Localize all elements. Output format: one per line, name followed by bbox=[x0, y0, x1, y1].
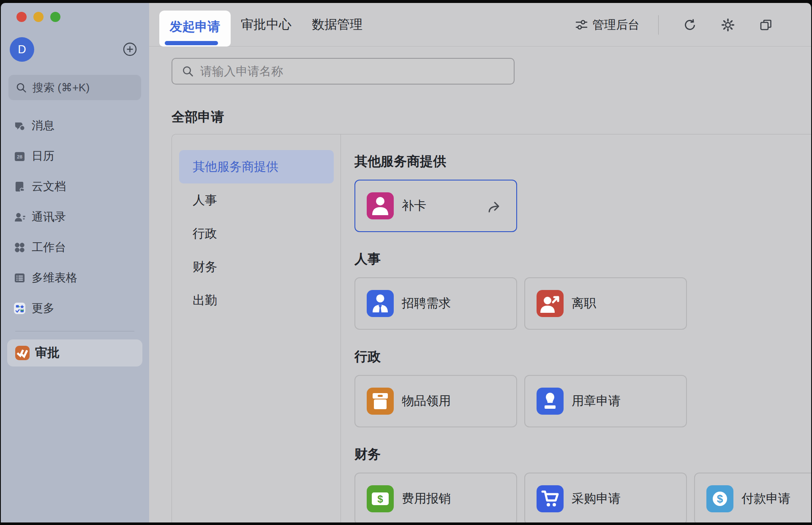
card-label: 补卡 bbox=[402, 197, 426, 214]
add-button[interactable] bbox=[123, 42, 137, 56]
category-财务[interactable]: 财务 bbox=[179, 250, 334, 284]
sidebar-divider bbox=[15, 331, 134, 331]
application-card-物品领用[interactable]: 物品领用 bbox=[354, 375, 517, 427]
sidebar-item-docs[interactable]: 云文档 bbox=[1, 171, 149, 202]
application-card-费用报销[interactable]: $费用报销 bbox=[354, 473, 517, 522]
section-title: 行政 bbox=[354, 350, 811, 364]
chat-icon bbox=[14, 120, 25, 131]
section-title: 人事 bbox=[354, 252, 811, 266]
category-行政[interactable]: 行政 bbox=[179, 217, 334, 250]
person-leave-icon bbox=[537, 290, 564, 317]
application-card-补卡[interactable]: 补卡 bbox=[354, 180, 517, 232]
settings-icon[interactable] bbox=[721, 18, 735, 32]
close-button[interactable] bbox=[16, 12, 27, 22]
category-list: 其他服务商提供人事行政财务出勤 bbox=[172, 134, 341, 522]
section: 行政物品领用用章申请 bbox=[354, 350, 811, 427]
cart-icon bbox=[537, 485, 564, 512]
sidebar: D 搜索 (⌘+K) 消息 28 日历 云文档 通讯录 工作台 多维表格 更多 bbox=[1, 3, 149, 522]
workspace-icon bbox=[14, 242, 25, 253]
application-search-input[interactable]: 请输入申请名称 bbox=[172, 58, 515, 85]
tab-发起申请[interactable]: 发起申请 bbox=[159, 11, 231, 46]
section: 财务$费用报销采购申请$付款申请 bbox=[354, 448, 811, 522]
tab-审批中心[interactable]: 审批中心 bbox=[241, 16, 292, 33]
share-icon[interactable] bbox=[487, 199, 502, 215]
admin-console-button[interactable]: 管理后台 bbox=[575, 17, 640, 33]
card-label: 物品领用 bbox=[402, 393, 451, 410]
sidebar-item-contacts[interactable]: 通讯录 bbox=[1, 202, 149, 232]
sidebar-item-label: 消息 bbox=[32, 118, 54, 133]
banknote-icon: $ bbox=[367, 485, 394, 512]
active-tab-indicator bbox=[165, 41, 218, 45]
section: 其他服务商提供补卡 bbox=[354, 155, 811, 232]
all-applications-panel: 其他服务商提供人事行政财务出勤 其他服务商提供补卡人事招聘需求离职行政物品领用用… bbox=[172, 134, 811, 522]
tab-bar: 发起申请 审批中心数据管理 管理后台 bbox=[149, 3, 811, 46]
sidebar-item-label: 审批 bbox=[35, 345, 60, 361]
more-icon bbox=[14, 303, 25, 314]
sidebar-item-label: 日历 bbox=[32, 148, 54, 164]
svg-text:$: $ bbox=[377, 493, 383, 505]
tab-数据管理[interactable]: 数据管理 bbox=[312, 16, 362, 33]
card-label: 离职 bbox=[572, 295, 596, 312]
application-sections: 其他服务商提供补卡人事招聘需求离职行政物品领用用章申请财务$费用报销采购申请$付… bbox=[341, 134, 811, 522]
sidebar-item-base[interactable]: 多维表格 bbox=[1, 262, 149, 293]
topbar-divider bbox=[658, 15, 659, 35]
section-title: 财务 bbox=[354, 448, 811, 461]
sidebar-item-label: 多维表格 bbox=[32, 270, 77, 285]
sidebar-item-chat[interactable]: 消息 bbox=[1, 110, 149, 141]
card-label: 招聘需求 bbox=[402, 295, 451, 312]
search-icon bbox=[16, 82, 27, 93]
card-label: 付款申请 bbox=[741, 490, 790, 507]
section-title: 其他服务商提供 bbox=[354, 155, 811, 168]
card-label: 用章申请 bbox=[572, 393, 621, 410]
minimize-button[interactable] bbox=[33, 12, 44, 22]
application-card-采购申请[interactable]: 采购申请 bbox=[524, 473, 687, 522]
card-label: 费用报销 bbox=[402, 490, 451, 507]
search-placeholder: 请输入申请名称 bbox=[200, 63, 283, 79]
sidebar-search-placeholder: 搜索 (⌘+K) bbox=[33, 80, 90, 95]
sidebar-nav: 消息 28 日历 云文档 通讯录 工作台 多维表格 更多 bbox=[1, 110, 149, 323]
open-window-icon[interactable] bbox=[759, 18, 773, 32]
category-出勤[interactable]: 出勤 bbox=[179, 284, 334, 317]
card-row: $费用报销采购申请$付款申请 bbox=[354, 473, 811, 522]
app-window: D 搜索 (⌘+K) 消息 28 日历 云文档 通讯录 工作台 多维表格 更多 bbox=[1, 3, 811, 522]
svg-text:28: 28 bbox=[17, 154, 22, 159]
card-label: 采购申请 bbox=[572, 490, 621, 507]
stamp-icon bbox=[537, 388, 564, 415]
avatar[interactable]: D bbox=[10, 37, 34, 62]
sidebar-item-label: 通讯录 bbox=[32, 209, 66, 224]
sidebar-item-label: 更多 bbox=[32, 301, 54, 316]
contacts-icon bbox=[14, 211, 25, 223]
box-icon bbox=[367, 388, 394, 415]
docs-icon bbox=[14, 181, 25, 192]
zoom-button[interactable] bbox=[50, 12, 60, 22]
sidebar-item-workspace[interactable]: 工作台 bbox=[1, 232, 149, 262]
person-tie-icon bbox=[367, 290, 394, 317]
section: 人事招聘需求离职 bbox=[354, 252, 811, 330]
sliders-icon bbox=[575, 18, 589, 32]
sidebar-item-calendar[interactable]: 28 日历 bbox=[1, 141, 149, 171]
sidebar-item-approval[interactable]: 审批 bbox=[7, 339, 142, 366]
category-人事[interactable]: 人事 bbox=[179, 183, 334, 217]
main-area: 发起申请 审批中心数据管理 管理后台 请输入申请名称 全部申请 其他服务商提供人… bbox=[149, 3, 811, 522]
topbar-actions: 管理后台 bbox=[575, 3, 785, 46]
admin-console-label: 管理后台 bbox=[592, 17, 640, 33]
application-card-离职[interactable]: 离职 bbox=[524, 277, 687, 330]
dollar-circle-icon: $ bbox=[706, 485, 733, 512]
page-title: 全部申请 bbox=[172, 108, 224, 126]
tab-label: 发起申请 bbox=[170, 18, 221, 36]
application-card-付款申请[interactable]: $付款申请 bbox=[694, 473, 811, 522]
sidebar-search[interactable]: 搜索 (⌘+K) bbox=[8, 75, 141, 100]
window-controls bbox=[16, 12, 60, 22]
application-card-用章申请[interactable]: 用章申请 bbox=[524, 375, 687, 427]
refresh-icon[interactable] bbox=[683, 18, 697, 32]
card-row: 招聘需求离职 bbox=[354, 277, 811, 330]
category-其他服务商提供[interactable]: 其他服务商提供 bbox=[179, 150, 334, 183]
svg-text:$: $ bbox=[717, 492, 723, 505]
application-card-招聘需求[interactable]: 招聘需求 bbox=[354, 277, 517, 330]
card-row: 物品领用用章申请 bbox=[354, 375, 811, 427]
person-icon bbox=[367, 192, 394, 219]
approval-app-icon bbox=[15, 346, 30, 360]
card-row: 补卡 bbox=[354, 180, 811, 232]
search-icon bbox=[182, 65, 194, 77]
sidebar-item-more[interactable]: 更多 bbox=[1, 293, 149, 323]
